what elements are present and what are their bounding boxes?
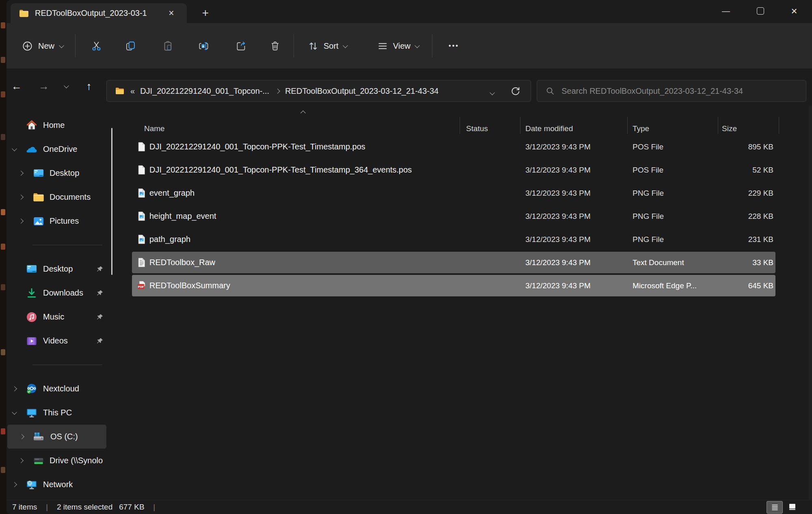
column-divider[interactable] [779, 117, 779, 134]
search-input[interactable] [561, 86, 790, 96]
chevron-right-icon[interactable] [18, 194, 24, 200]
sidebar-item-pictures[interactable]: Pictures [6, 209, 109, 233]
network-icon [26, 479, 38, 491]
sidebar-item-network[interactable]: Network [6, 473, 109, 497]
view-button[interactable]: View [371, 35, 425, 56]
share-button[interactable] [229, 35, 252, 56]
column-header-size[interactable]: Size [722, 124, 737, 133]
sidebar-item-downloads[interactable]: Downloads [6, 281, 109, 305]
file-size: 645 KB [688, 281, 773, 290]
sidebar-item-documents[interactable]: Documents [6, 185, 109, 209]
breadcrumb-current[interactable]: REDToolBoxOutput_2023-03-12_21-43-34 [285, 86, 438, 96]
chevron-down-icon[interactable] [12, 410, 17, 415]
chevron-down-icon [415, 43, 420, 48]
sidebar-item-desktop[interactable]: Desktop [6, 161, 109, 185]
chevron-right-icon[interactable] [19, 434, 24, 439]
file-name: event_graph [149, 188, 194, 198]
column-divider[interactable] [627, 117, 628, 134]
rename-button[interactable]: A [192, 35, 215, 56]
chevron-right-icon[interactable] [12, 386, 17, 391]
table-row[interactable]: height_map_event3/12/2023 9:43 PMPNG Fil… [122, 205, 812, 228]
column-divider[interactable] [718, 117, 718, 134]
navigation-bar: ← → ↑ « DJI_202212291240_001_Topcon-... … [6, 69, 812, 106]
table-row[interactable]: REDToolbox_Raw3/12/2023 9:43 PMText Docu… [122, 251, 812, 274]
status-divider: | [153, 503, 155, 512]
column-header-type[interactable]: Type [633, 124, 649, 133]
chevron-right-icon[interactable] [12, 482, 17, 487]
table-row[interactable]: DJI_202212291240_001_Topcon-PPK-Test_Tim… [122, 135, 812, 158]
pin-icon [96, 337, 104, 345]
recent-locations-button[interactable] [57, 77, 76, 95]
column-header-status[interactable]: Status [466, 124, 488, 133]
home-icon [26, 119, 38, 132]
sidebar-item-desktop[interactable]: Desktop [6, 257, 109, 281]
chevron-down-icon[interactable] [12, 146, 17, 151]
svg-text:A: A [202, 44, 204, 48]
column-header-date-modified[interactable]: Date modified [525, 124, 573, 133]
tab-close-icon[interactable]: × [165, 7, 178, 19]
forward-button[interactable]: → [35, 77, 53, 95]
videos-icon [26, 335, 38, 347]
file-list-pane: Name Status Date modified Type Size DJI_… [122, 106, 812, 500]
breadcrumb-overflow[interactable]: « [130, 86, 135, 96]
pos-file-icon [136, 164, 147, 175]
file-list-scrollbar[interactable] [809, 106, 812, 500]
refresh-button[interactable] [510, 86, 521, 97]
desktop-edge-artifact [1, 57, 5, 63]
table-row[interactable]: PDFREDToolBoxSummary3/12/2023 9:43 PMMic… [122, 274, 812, 297]
see-more-button[interactable]: ••• [441, 35, 467, 56]
new-button[interactable]: New [13, 35, 71, 56]
chevron-right-icon[interactable] [18, 171, 24, 176]
address-dropdown-button[interactable] [490, 89, 494, 97]
close-button[interactable]: × [781, 2, 807, 20]
paste-button[interactable] [156, 35, 179, 56]
sidebar-scrollbar-thumb[interactable] [111, 128, 112, 275]
thumbnail-view-icon [788, 503, 797, 511]
pin-icon [96, 289, 104, 297]
table-row[interactable]: event_graph3/12/2023 9:43 PMPNG File229 … [122, 181, 812, 205]
up-button[interactable]: ↑ [80, 77, 98, 95]
file-size: 231 KB [688, 235, 773, 244]
sidebar-item-onedrive[interactable]: OneDrive [6, 137, 109, 161]
sidebar-item-videos[interactable]: Videos [6, 329, 109, 353]
sidebar-item-label: Desktop [50, 168, 79, 178]
sidebar-item-nextcloud[interactable]: Nextcloud [6, 377, 109, 401]
search-box[interactable] [537, 80, 806, 102]
back-button[interactable]: ← [7, 77, 26, 95]
sidebar-item-os-c[interactable]: OS (C:) [7, 425, 106, 449]
column-divider[interactable] [520, 117, 520, 134]
column-header-name[interactable]: Name [144, 124, 165, 133]
sidebar-item-drive-synolo[interactable]: Drive (\\Synolo [6, 449, 109, 473]
sidebar-item-this-pc[interactable]: This PC [6, 401, 109, 425]
folder-icon [32, 191, 45, 203]
file-explorer-window: REDToolBoxOutput_2023-03-1 × + — × New A [6, 0, 812, 514]
column-divider[interactable] [460, 117, 460, 134]
sidebar-item-home[interactable]: Home [6, 113, 109, 137]
chevron-right-icon[interactable] [18, 218, 24, 224]
sidebar-separator [6, 233, 114, 257]
selection-count: 2 items selected [57, 503, 112, 512]
cut-button[interactable] [85, 35, 108, 56]
thumbnail-view-button[interactable] [784, 501, 800, 513]
folder-icon [115, 86, 125, 96]
file-date-modified: 3/12/2023 9:43 PM [525, 143, 591, 151]
desktop-edge [0, 0, 6, 514]
copy-button[interactable] [119, 35, 142, 56]
details-view-button[interactable] [767, 501, 783, 514]
breadcrumb-parent[interactable]: DJI_202212291240_001_Topcon-... [140, 86, 269, 96]
file-name: DJI_202212291240_001_Topcon-PPK-Test_Tim… [149, 165, 412, 175]
minimize-button[interactable]: — [713, 2, 739, 20]
sort-button[interactable]: Sort [301, 35, 354, 56]
sort-ascending-indicator [300, 110, 306, 116]
desktop-edge-artifact [1, 284, 5, 290]
table-row[interactable]: path_graph3/12/2023 9:43 PMPNG File231 K… [122, 228, 812, 251]
chevron-right-icon[interactable] [18, 458, 24, 463]
tab-folder[interactable]: REDToolBoxOutput_2023-03-1 × [11, 3, 187, 23]
sidebar-item-label: Downloads [43, 288, 83, 298]
address-bar[interactable]: « DJI_202212291240_001_Topcon-... REDToo… [106, 80, 531, 102]
sidebar-item-music[interactable]: Music [6, 305, 109, 329]
new-tab-button[interactable]: + [197, 5, 214, 21]
maximize-button[interactable] [747, 2, 773, 20]
delete-button[interactable] [263, 35, 286, 56]
table-row[interactable]: DJI_202212291240_001_Topcon-PPK-Test_Tim… [122, 158, 812, 181]
